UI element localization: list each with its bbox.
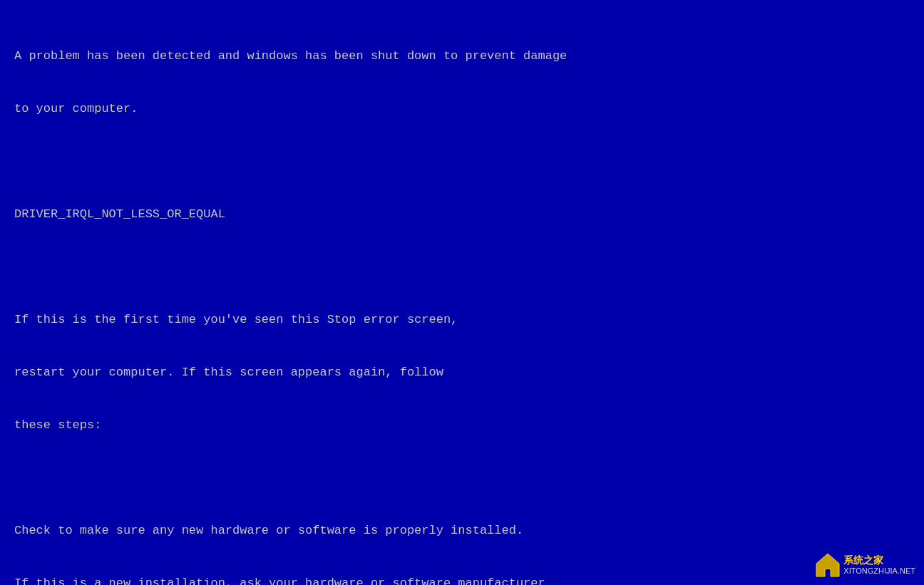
bsod-line-3: DRIVER_IRQL_NOT_LESS_OR_EQUAL bbox=[14, 206, 910, 224]
watermark-chinese: 系统之家 bbox=[843, 554, 915, 566]
bsod-screen: A problem has been detected and windows … bbox=[0, 0, 924, 585]
bsod-content: A problem has been detected and windows … bbox=[14, 13, 910, 585]
house-icon bbox=[815, 552, 841, 578]
watermark-label: 系统之家 XITONGZHIJIA.NET bbox=[843, 554, 915, 576]
bsod-line-6: these steps: bbox=[14, 417, 910, 435]
svg-rect-1 bbox=[826, 569, 830, 576]
bsod-line-4: If this is the first time you've seen th… bbox=[14, 311, 910, 329]
bsod-line-2: to your computer. bbox=[14, 100, 910, 118]
bsod-blank-3 bbox=[14, 470, 910, 487]
bsod-line-1: A problem has been detected and windows … bbox=[14, 48, 910, 66]
bsod-blank-2 bbox=[14, 259, 910, 276]
bsod-line-8: If this is a new installation, ask your … bbox=[14, 575, 910, 586]
bsod-blank-1 bbox=[14, 153, 910, 171]
watermark-domain: XITONGZHIJIA.NET bbox=[843, 566, 915, 576]
watermark: 系统之家 XITONGZHIJIA.NET bbox=[815, 552, 915, 578]
bsod-line-7: Check to make sure any new hardware or s… bbox=[14, 522, 910, 540]
bsod-line-5: restart your computer. If this screen ap… bbox=[14, 364, 910, 382]
